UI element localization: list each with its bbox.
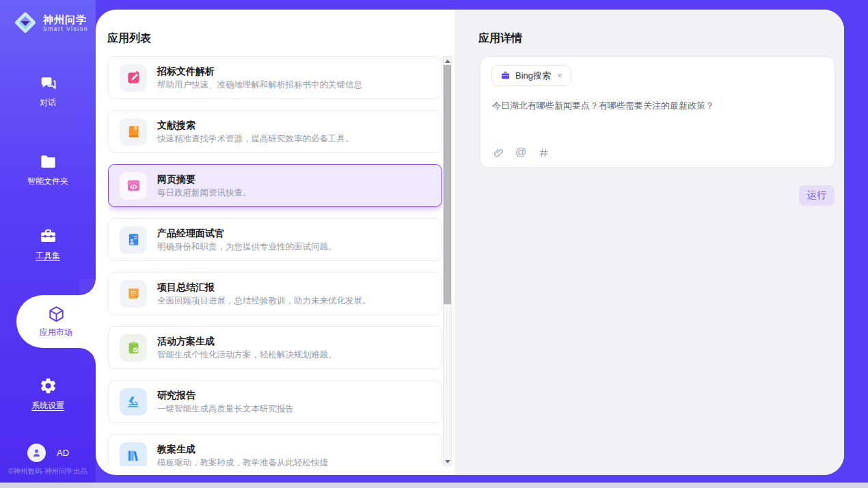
app-card-text: 文献搜索快速精准查找学术资源，提高研究效率的必备工具。 — [157, 119, 354, 144]
web-code-icon — [120, 172, 147, 200]
sidebar-item-settings[interactable]: 系统设置 — [0, 377, 96, 411]
at-icon[interactable]: @ — [515, 146, 527, 159]
close-icon[interactable]: × — [556, 70, 564, 81]
gem-diamond-icon — [12, 10, 38, 36]
copyright-text: ©神州数码·神州问学出品 — [0, 467, 96, 476]
app-card[interactable]: 产品经理面试官明确身份和职责，为您提供专业性的面试问题。 — [108, 218, 442, 261]
book-icon — [120, 118, 147, 146]
person-icon — [31, 447, 42, 459]
app-title: 教案生成 — [157, 443, 328, 455]
app-title: 网页摘要 — [157, 173, 252, 185]
app-desc: 每日政府新闻资讯快查。 — [157, 188, 252, 198]
sidebar-nav: 对话智能文件夹工具集应用市场系统设置 — [0, 74, 96, 411]
app-title: 活动方案生成 — [157, 335, 337, 347]
chat-icon — [39, 74, 57, 92]
folder-icon — [39, 152, 57, 171]
brand-name: 神州问学 — [43, 14, 88, 25]
sidebar-item-label: 系统设置 — [31, 400, 64, 411]
app-title: 文献搜索 — [157, 119, 354, 131]
app-card[interactable]: 研究报告一键智能生成高质量长文本研究报告 — [108, 380, 442, 423]
app-title: 研究报告 — [157, 389, 294, 401]
query-input-card[interactable]: Bing搜索 × 今日湖北有哪些新闻要点？有哪些需要关注的最新政策？ @ — [480, 56, 835, 168]
app-desc: 快速精准查找学术资源，提高研究效率的必备工具。 — [157, 134, 354, 144]
sidebar-item-market[interactable]: 应用市场 — [16, 295, 96, 348]
tool-chip-bing-search[interactable]: Bing搜索 × — [491, 65, 571, 86]
sidebar-item-tools[interactable]: 工具集 — [0, 227, 96, 262]
app-card-text: 教案生成模板驱动，教案秒成，教学准备从此轻松快捷 — [157, 443, 328, 466]
clipboard-check-icon — [120, 334, 147, 362]
app-title: 产品经理面试官 — [157, 227, 337, 239]
sidebar-item-label: 对话 — [40, 97, 56, 109]
sidebar-item-chat[interactable]: 对话 — [0, 74, 96, 109]
app-card[interactable]: 文献搜索快速精准查找学术资源，提高研究效率的必备工具。 — [108, 110, 442, 153]
app-desc: 模板驱动，教案秒成，教学准备从此轻松快捷 — [157, 458, 328, 466]
sidebar-item-label: 智能文件夹 — [27, 176, 68, 187]
app-details-title: 应用详情 — [478, 31, 522, 46]
sidebar-item-label: 应用市场 — [40, 327, 72, 338]
app-card[interactable]: 网页摘要每日政府新闻资讯快查。 — [108, 164, 442, 207]
avatar — [27, 444, 46, 462]
main-window: 应用列表 招标文件解析帮助用户快速、准确地理解和解析招标书中的关键信息文献搜索快… — [96, 10, 844, 475]
app-desc: 帮助用户快速、准确地理解和解析招标书中的关键信息 — [157, 80, 362, 90]
app-card[interactable]: 项目总结汇报全面回顾项目进展，总结经验教训，助力未来优化发展。 — [108, 272, 442, 315]
gear-icon — [39, 377, 57, 395]
toolbox-icon — [39, 227, 57, 245]
app-card[interactable]: 活动方案生成智能生成个性化活动方案，轻松解决规划难题。 — [108, 326, 442, 369]
arrow-up-icon[interactable] — [444, 57, 451, 65]
app-details-pane: 应用详情 Bing搜索 × 今日湖北有哪些新闻要点？有哪些需要关注的最新政策？ — [455, 10, 844, 475]
brand-subtitle: Smart Vision — [43, 25, 88, 32]
app-card[interactable]: 教案生成模板驱动，教案秒成，教学准备从此轻松快捷 — [108, 434, 442, 466]
cube-icon — [47, 305, 66, 323]
app-desc: 明确身份和职责，为您提供专业性的面试问题。 — [157, 242, 337, 252]
tool-chip-label: Bing搜索 — [515, 70, 551, 82]
brand-logo: 神州问学 Smart Vision — [12, 10, 88, 36]
app-desc: 全面回顾项目进展，总结经验教训，助力未来优化发展。 — [157, 296, 371, 306]
app-card-text: 招标文件解析帮助用户快速、准确地理解和解析招标书中的关键信息 — [157, 65, 362, 90]
app-desc: 一键智能生成高质量长文本研究报告 — [157, 404, 294, 414]
edit-doc-icon — [120, 64, 147, 92]
app-list-pane: 应用列表 招标文件解析帮助用户快速、准确地理解和解析招标书中的关键信息文献搜索快… — [96, 10, 455, 475]
interviewer-icon — [120, 226, 147, 254]
app-list-title: 应用列表 — [107, 31, 151, 46]
app-title: 招标文件解析 — [157, 65, 362, 77]
memo-icon — [120, 280, 147, 308]
app-card-list: 招标文件解析帮助用户快速、准确地理解和解析招标书中的关键信息文献搜索快速精准查找… — [108, 56, 442, 466]
scrollbar-thumb[interactable] — [444, 65, 451, 304]
hash-icon[interactable] — [537, 146, 550, 159]
briefcase-icon — [500, 70, 511, 81]
app-card-text: 网页摘要每日政府新闻资讯快查。 — [157, 173, 252, 198]
arrow-down-icon[interactable] — [444, 457, 451, 465]
app-card-text: 项目总结汇报全面回顾项目进展，总结经验教训，助力未来优化发展。 — [157, 281, 371, 306]
user-row[interactable]: AD — [27, 444, 69, 462]
sidebar-item-label: 工具集 — [36, 250, 60, 262]
sidebar: 神州问学 Smart Vision 对话智能文件夹工具集应用市场系统设置 AD … — [0, 0, 96, 483]
sidebar-item-folders[interactable]: 智能文件夹 — [0, 152, 96, 187]
run-button[interactable]: 运行 — [799, 185, 835, 206]
app-card-text: 研究报告一键智能生成高质量长文本研究报告 — [157, 389, 294, 414]
user-initials: AD — [57, 448, 69, 458]
books-icon — [120, 442, 147, 467]
app-title: 项目总结汇报 — [157, 281, 371, 293]
scrollbar[interactable] — [443, 56, 452, 466]
app-card[interactable]: 招标文件解析帮助用户快速、准确地理解和解析招标书中的关键信息 — [108, 56, 442, 99]
microscope-icon — [120, 388, 147, 416]
app-desc: 智能生成个性化活动方案，轻松解决规划难题。 — [157, 350, 337, 360]
app-card-text: 活动方案生成智能生成个性化活动方案，轻松解决规划难题。 — [157, 335, 337, 360]
input-toolbar: @ — [492, 146, 550, 159]
app-card-text: 产品经理面试官明确身份和职责，为您提供专业性的面试问题。 — [157, 227, 337, 252]
query-text[interactable]: 今日湖北有哪些新闻要点？有哪些需要关注的最新政策？ — [492, 99, 821, 112]
paperclip-icon[interactable] — [492, 146, 504, 159]
